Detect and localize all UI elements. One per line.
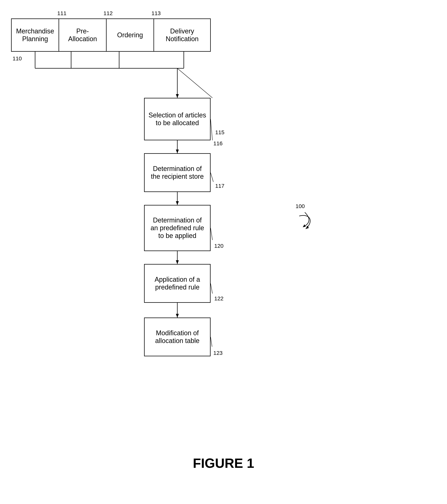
box-ordering: Ordering <box>106 18 154 52</box>
top-boxes-row: Merchandise Planning Pre-Allocation Orde… <box>11 18 211 52</box>
box-delivery: Delivery Notification <box>153 18 211 52</box>
svg-line-14 <box>211 173 213 182</box>
ref-112: 112 <box>103 10 113 17</box>
selection-label: Selection of articles to be allocated <box>148 111 206 127</box>
svg-marker-10 <box>176 149 179 153</box>
ref-116: 116 <box>213 140 223 146</box>
svg-line-17 <box>211 228 212 240</box>
application-label: Application of a predefined rule <box>148 276 206 291</box>
delivery-label: Delivery Notification <box>157 27 207 43</box>
svg-line-21 <box>211 337 212 347</box>
modification-label: Modification of allocation table <box>148 329 206 345</box>
determination-store-label: Determination of the recipient store <box>148 165 206 180</box>
ordering-label: Ordering <box>117 31 143 39</box>
svg-marker-19 <box>176 314 179 318</box>
ref-123: 123 <box>213 350 223 356</box>
svg-marker-22 <box>306 226 309 229</box>
ref-122: 122 <box>214 295 224 302</box>
ref-117: 117 <box>215 183 224 189</box>
svg-line-11 <box>211 119 212 140</box>
svg-marker-0 <box>303 224 306 227</box>
ref-110: 110 <box>13 55 22 62</box>
box-selection: Selection of articles to be allocated <box>144 98 211 140</box>
box-application: Application of a predefined rule <box>144 264 211 303</box>
box-preallocation: Pre-Allocation <box>58 18 107 52</box>
ref-100: 100 <box>296 203 305 209</box>
svg-marker-13 <box>176 201 179 205</box>
box-modification: Modification of allocation table <box>144 318 211 356</box>
determination-rule-label: Determination of an predefined rule to b… <box>148 216 206 240</box>
preallocation-label: Pre-Allocation <box>62 27 103 43</box>
ref-120: 120 <box>214 243 224 249</box>
diagram-container: Merchandise Planning Pre-Allocation Orde… <box>0 0 447 504</box>
box-merchandise: Merchandise Planning <box>11 18 59 52</box>
svg-marker-7 <box>176 94 179 98</box>
box-determination-rule: Determination of an predefined rule to b… <box>144 205 211 251</box>
svg-marker-16 <box>176 260 179 264</box>
svg-line-20 <box>211 283 212 293</box>
connector-lines <box>0 0 447 504</box>
box-determination-store: Determination of the recipient store <box>144 153 211 192</box>
ref-113: 113 <box>151 10 161 17</box>
ref-111: 111 <box>57 10 67 17</box>
figure-label: FIGURE 1 <box>193 456 254 471</box>
ref-115: 115 <box>215 129 224 136</box>
svg-line-8 <box>177 68 212 98</box>
merchandise-label: Merchandise Planning <box>14 27 56 43</box>
